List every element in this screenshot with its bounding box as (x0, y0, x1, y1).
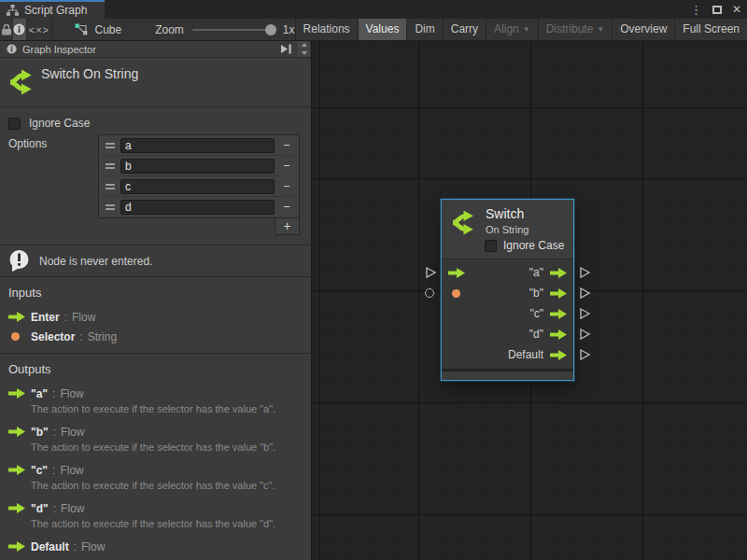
distribute-dropdown[interactable]: Distribute▼ (538, 19, 613, 40)
port-name: "b" (31, 426, 49, 439)
node-title: Switch (486, 206, 524, 221)
options-label: Options (0, 134, 98, 235)
remove-option-button[interactable]: − (275, 156, 299, 176)
node-port-row: Default (442, 344, 573, 365)
remove-option-button[interactable]: − (275, 135, 299, 156)
kebab-menu-icon[interactable]: ⋮ (690, 4, 702, 16)
colon: : (52, 387, 55, 400)
flow-port-outline-icon[interactable] (579, 329, 591, 341)
flow-port-outline-icon[interactable] (579, 308, 591, 320)
ignore-case-label: Ignore Case (503, 239, 564, 252)
outputs-section: Outputs "a" : Flow The action to execute… (0, 354, 311, 560)
node-header[interactable]: Switch On String Ignore Case (442, 200, 573, 259)
inputs-title: Inputs (0, 286, 311, 300)
option-row: − (99, 156, 299, 176)
graph-canvas[interactable]: Switch On String Ignore Case "a" (312, 41, 747, 560)
close-icon[interactable]: ✕ (732, 4, 741, 15)
inspector-toggle-button[interactable] (13, 19, 26, 40)
port-label: "b" (529, 287, 543, 300)
chevron-down-icon: ▼ (523, 25, 530, 34)
scroll-up-button[interactable] (298, 41, 310, 49)
node-port-row: "c" (442, 303, 573, 324)
option-input[interactable] (120, 179, 275, 194)
carry-button[interactable]: Carry (443, 19, 486, 40)
option-input[interactable] (120, 138, 275, 153)
remove-option-button[interactable]: − (275, 197, 299, 217)
script-graph-asset-icon (75, 23, 89, 35)
drag-handle-icon[interactable] (99, 143, 120, 148)
colon: : (52, 464, 55, 477)
flow-port-outline-icon[interactable] (579, 287, 591, 300)
drag-handle-icon[interactable] (99, 163, 120, 169)
drag-handle-icon[interactable] (99, 204, 120, 210)
selector-port-icon[interactable] (452, 289, 460, 298)
values-button[interactable]: Values (358, 19, 407, 40)
info-icon (7, 44, 17, 54)
port-description: The action to execute if the selector ha… (0, 441, 311, 453)
option-input[interactable] (120, 200, 275, 215)
options-list: − − − − (98, 134, 300, 218)
output-port-row: "b" : Flow (0, 422, 311, 441)
code-preview-button[interactable]: <×> (26, 19, 52, 40)
enter-port-icon[interactable] (448, 268, 465, 278)
output-port-row: Default : Flow (0, 537, 311, 556)
port-type: Flow (81, 540, 105, 553)
output-port-icon[interactable] (550, 268, 567, 278)
flow-port-outline-icon[interactable] (425, 267, 437, 279)
overview-button[interactable]: Overview (612, 19, 674, 40)
value-port-outline-icon[interactable] (425, 288, 434, 298)
option-row: − (99, 135, 299, 156)
output-port-icon[interactable] (550, 350, 567, 360)
graph-owner-selector[interactable]: Cube (65, 19, 131, 40)
dim-button[interactable]: Dim (406, 19, 442, 40)
port-description: The action to execute if the selector ha… (0, 518, 311, 529)
zoom-slider[interactable] (192, 29, 275, 31)
port-name: Selector (31, 330, 75, 343)
flow-port-outline-icon[interactable] (579, 267, 591, 279)
flow-port-outline-icon[interactable] (579, 349, 591, 361)
drag-handle-icon[interactable] (99, 184, 120, 189)
scroll-down-button[interactable] (298, 49, 310, 57)
info-icon (13, 23, 25, 35)
triangle-up-icon (302, 43, 307, 47)
full-screen-button[interactable]: Full Screen (674, 19, 747, 40)
lock-button[interactable] (0, 19, 13, 40)
flow-arrow-icon (8, 312, 31, 322)
align-dropdown[interactable]: Align▼ (486, 19, 538, 40)
options-field: Options − − − (0, 134, 311, 235)
port-description: The action to execute if the selector ha… (0, 403, 311, 414)
port-label: "d" (529, 328, 543, 341)
flow-arrow-icon (8, 541, 31, 552)
node-subtitle: On String (486, 224, 529, 235)
warning-banner: Node is never entered. (0, 245, 311, 277)
add-option-button[interactable]: + (275, 218, 300, 235)
port-label: "c" (529, 307, 543, 320)
toolbar: <×> Cube Zoom 1x Relations Values Dim Ca… (0, 19, 747, 41)
node-footer (442, 371, 573, 380)
ignore-case-checkbox[interactable] (485, 240, 497, 252)
zoom-slider-handle[interactable] (265, 24, 276, 35)
output-port-icon[interactable] (550, 329, 567, 340)
window-controls: ⋮ ✕ (690, 0, 741, 19)
unit-controls: Ignore Case Options − − (0, 107, 311, 277)
output-port-icon[interactable] (550, 288, 567, 299)
dock-panel-icon[interactable] (280, 44, 292, 54)
ignore-case-checkbox[interactable] (8, 118, 21, 130)
tab-script-graph[interactable]: Script Graph (0, 0, 105, 19)
node-port-row: "d" (442, 324, 573, 344)
switch-icon (450, 209, 477, 236)
port-name: Enter (31, 311, 60, 324)
unit-title: Switch On String (41, 66, 138, 81)
port-type: Flow (61, 502, 84, 515)
graph-inspector-header: Graph Inspector (0, 41, 311, 58)
option-input[interactable] (120, 159, 275, 174)
output-port-icon[interactable] (550, 309, 567, 319)
remove-option-button[interactable]: − (275, 176, 299, 197)
relations-button[interactable]: Relations (295, 19, 358, 40)
maximize-icon[interactable] (712, 6, 722, 14)
graph-owner-label: Cube (94, 23, 121, 36)
switch-on-string-node[interactable]: Switch On String Ignore Case "a" (441, 199, 574, 381)
zoom-control: Zoom 1x (155, 19, 294, 40)
colon: : (53, 426, 56, 439)
option-row: − (99, 197, 299, 217)
